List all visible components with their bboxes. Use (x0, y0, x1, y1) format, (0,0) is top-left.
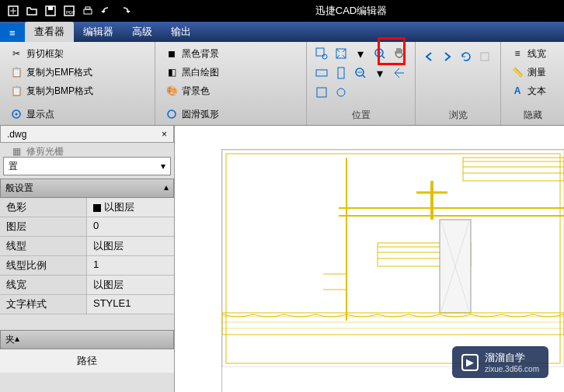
zoom-dropdown-icon[interactable]: ▾ (371, 64, 388, 82)
path-column-label: 路径 (0, 349, 174, 373)
linewidth-button[interactable]: ≡线宽 (507, 45, 558, 62)
undo-icon[interactable] (98, 2, 115, 19)
workspace: .dwg × 置 ▾ 般设置 ▴ 色彩 以图层 图层 0 线型 以图层 (0, 126, 564, 392)
svg-point-15 (322, 54, 327, 59)
prop-row-layer[interactable]: 图层 0 (0, 217, 174, 237)
zoom-out-icon[interactable] (352, 64, 369, 82)
show-point-button[interactable]: 显示点 (6, 106, 148, 123)
prop-row-textstyle[interactable]: 文字样式 STYLE1 (0, 295, 174, 314)
redo-icon[interactable] (117, 2, 134, 19)
text-icon: A (510, 84, 524, 98)
close-tab-icon[interactable]: × (162, 129, 167, 140)
home-icon[interactable] (478, 50, 492, 64)
fit-height-icon[interactable] (332, 64, 350, 82)
dropdown-icon: ▾ (161, 161, 165, 172)
titlebar: PDF 迅捷CAD编辑器 (0, 0, 564, 22)
grid-icon: ▦ (9, 144, 23, 158)
svg-rect-14 (316, 48, 324, 56)
prop-row-ltscale[interactable]: 线型比例 1 (0, 256, 174, 276)
next-view-icon[interactable] (440, 50, 454, 64)
crop-icon: ✂ (9, 47, 23, 61)
svg-rect-28 (481, 53, 489, 61)
group-label-position: 位置 (313, 107, 409, 122)
file-tab-name: .dwg (7, 129, 26, 140)
svg-rect-22 (338, 68, 344, 78)
quick-access-toolbar: PDF (0, 2, 138, 19)
app-title: 迅捷CAD编辑器 (138, 4, 564, 18)
properties-table: 色彩 以图层 图层 0 线型 以图层 线型比例 1 线宽 以图层 文字样式 ST… (0, 198, 174, 314)
tab-advanced[interactable]: 高级 (123, 22, 162, 42)
zoom-scale-icon[interactable] (313, 84, 330, 101)
svg-text:PDF: PDF (66, 10, 75, 15)
color-swatch (93, 204, 101, 212)
ribbon: ✂剪切框架 📋复制为EMF格式 📋复制为BMP格式 显示点 查找文字 ▦修剪光栅… (0, 42, 564, 126)
black-bg-button[interactable]: ◼黑色背景 (162, 45, 300, 62)
arc-icon (165, 107, 179, 121)
group-label-browse: 浏览 (422, 107, 494, 122)
svg-point-27 (337, 88, 345, 96)
zoom-prev-icon[interactable] (391, 64, 408, 82)
prop-row-lineweight[interactable]: 线宽 以图层 (0, 276, 174, 295)
crop-frame-button[interactable]: ✂剪切框架 (6, 45, 148, 62)
prop-row-color[interactable]: 色彩 以图层 (0, 198, 174, 217)
svg-point-10 (16, 113, 18, 116)
tab-viewer[interactable]: 查看器 (25, 22, 74, 42)
group-label-hide: 隐藏 (507, 107, 558, 122)
ribbon-group-cad: ◼黑色背景 ◧黑白绘图 🎨背景色 圆滑弧形 ☰图层 ⊞结构 CAD绘图设置 (155, 42, 307, 125)
tab-output[interactable]: 输出 (162, 22, 200, 42)
open-icon[interactable] (23, 2, 40, 19)
prop-row-linetype[interactable]: 线型 以图层 (0, 237, 174, 256)
watermark: ▶ 溜溜自学 zixue.3d66.com (452, 346, 548, 378)
tab-editor[interactable]: 编辑器 (74, 22, 123, 42)
svg-rect-26 (317, 88, 326, 97)
fit-width-icon[interactable] (313, 64, 330, 82)
zoom-extents-icon[interactable] (332, 45, 350, 62)
folder-header[interactable]: 夹 ▴ (0, 330, 174, 349)
collapse-icon[interactable]: ▴ (15, 333, 19, 346)
zoom-all-icon[interactable]: ▾ (352, 45, 369, 62)
svg-rect-42 (222, 313, 564, 335)
file-tab[interactable]: .dwg × (0, 126, 174, 143)
black-bg-icon: ◼ (165, 47, 179, 61)
new-icon[interactable] (5, 2, 22, 19)
svg-rect-8 (85, 7, 90, 9)
bg-color-button[interactable]: 🎨背景色 (162, 82, 300, 99)
copy-icon: 📋 (9, 84, 23, 98)
text-button[interactable]: A文本 (507, 82, 558, 99)
ruler-icon: 📏 (510, 65, 524, 79)
ribbon-group-browse: 浏览 (416, 42, 501, 125)
zoom-window-icon[interactable] (313, 45, 330, 62)
svg-rect-7 (84, 9, 92, 14)
svg-rect-21 (316, 70, 327, 76)
collapse-icon[interactable]: ▴ (164, 182, 169, 195)
ribbon-group-tools: ✂剪切框架 📋复制为EMF格式 📋复制为BMP格式 显示点 查找文字 ▦修剪光栅… (0, 42, 155, 125)
pan-icon[interactable] (391, 45, 408, 62)
print-icon[interactable] (79, 2, 96, 19)
svg-line-25 (363, 75, 365, 78)
tab-file[interactable]: ≡ (0, 24, 25, 42)
refresh-icon[interactable] (459, 50, 473, 64)
left-panel: .dwg × 置 ▾ 般设置 ▴ 色彩 以图层 图层 0 线型 以图层 (0, 126, 175, 392)
copy-icon: 📋 (9, 65, 23, 79)
smooth-arc-button[interactable]: 圆滑弧形 (162, 106, 300, 123)
zoom-realtime-icon[interactable] (332, 84, 350, 101)
trim-raster-button[interactable]: ▦修剪光栅 (6, 143, 148, 160)
svg-point-13 (168, 110, 176, 118)
ribbon-group-hide: ≡线宽 📏测量 A文本 隐藏 (501, 42, 564, 125)
save-pdf-icon[interactable]: PDF (61, 2, 78, 19)
properties-header[interactable]: 般设置 ▴ (0, 179, 174, 198)
bw-draw-button[interactable]: ◧黑白绘图 (162, 64, 300, 81)
linewidth-icon: ≡ (510, 47, 524, 61)
copy-emf-button[interactable]: 📋复制为EMF格式 (6, 64, 148, 81)
zoom-in-icon[interactable] (371, 45, 388, 62)
copy-bmp-button[interactable]: 📋复制为BMP格式 (6, 82, 148, 99)
bw-icon: ◧ (165, 65, 179, 79)
svg-rect-4 (48, 6, 53, 10)
svg-line-20 (382, 56, 385, 58)
paint-icon: 🎨 (165, 84, 179, 98)
ribbon-group-position: ▾ ▾ 位置 (307, 42, 416, 125)
drawing-canvas[interactable]: ▶ 溜溜自学 zixue.3d66.com (175, 126, 564, 392)
measure-button[interactable]: 📏测量 (507, 64, 558, 81)
save-icon[interactable] (42, 2, 59, 19)
prev-view-icon[interactable] (422, 50, 436, 64)
